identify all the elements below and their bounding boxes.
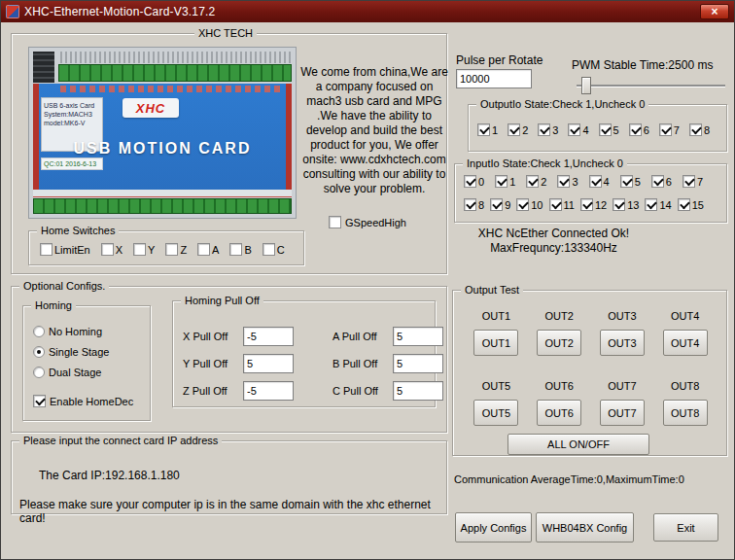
homing-radio[interactable]: Dual Stage [33,367,109,378]
out-button[interactable]: OUT2 [537,330,581,356]
out-button[interactable]: OUT8 [663,400,708,426]
enable-homedec-checkbox[interactable]: Enable HomeDec [33,395,133,407]
outputio-bit-checkbox[interactable]: 8 [689,123,710,136]
checkbox-icon [589,175,602,188]
out-button[interactable]: OUT1 [473,330,518,356]
homing-radio-label: No Homing [49,326,102,337]
inputio-bit-checkbox[interactable]: 4 [589,175,610,188]
exit-button[interactable]: Exit [653,513,718,542]
home-switch-checkbox[interactable]: Z [165,243,187,256]
inputio-bit-checkbox[interactable]: 3 [557,175,578,188]
inputio-bit-label: 5 [635,176,641,188]
checkbox-icon [678,198,690,211]
xhc-logo-text: XHC [136,101,165,116]
homing-radio[interactable]: Single Stage [33,346,109,358]
checkbox-icon [197,243,210,256]
home-switch-checkbox[interactable]: A [197,243,219,256]
pwm-slider[interactable] [575,76,727,95]
checkbox-icon [580,198,593,211]
gspeedhigh-label: GSpeedHigh [345,217,406,228]
outputio-bit-checkbox[interactable]: 7 [659,123,680,136]
pull-off-right-column: A Pull Off B Pull Off C Pull Off [332,327,443,401]
inputio-bit-checkbox[interactable]: 15 [678,198,704,211]
home-switch-checkbox[interactable]: X [101,243,122,256]
checkbox-icon [516,198,529,211]
checkbox-icon [508,123,520,136]
home-switch-label: C [277,244,285,256]
all-on-off-button[interactable]: ALL ON/OFF [508,434,649,455]
apply-configs-button[interactable]: Apply Configs [455,512,532,542]
outputio-bit-label: 6 [644,124,649,136]
output-test-cell: OUT5 OUT5 [465,380,528,426]
outputio-bit-checkbox[interactable]: 1 [477,123,498,136]
inputio-bit-checkbox[interactable]: 13 [612,198,639,211]
inputio-bit-checkbox[interactable]: 9 [490,198,510,211]
inputio-bit-checkbox[interactable]: 12 [580,198,607,211]
usb-motion-card-photo: USB 6-axis Card System:MACH3 model:MK6-V… [28,47,297,219]
card-pin-labels-top [60,52,292,63]
pull-off-input[interactable] [393,327,443,346]
pulse-per-rotate-input[interactable] [456,69,532,88]
checkbox-icon [133,243,146,256]
inputio-bit-checkbox[interactable]: 14 [645,198,671,211]
home-switch-checkbox[interactable]: LimitEn [40,243,90,256]
inputio-bit-checkbox[interactable]: 10 [516,198,542,211]
pull-off-field: B Pull Off [332,354,443,373]
app-icon [6,5,19,18]
homing-radio[interactable]: No Homing [33,326,109,337]
outputio-legend: OutputIo State:Check 1,Uncheck 0 [476,98,648,111]
inputio-bit-checkbox[interactable]: 11 [549,198,575,211]
out-button[interactable]: OUT7 [600,400,645,426]
out-button[interactable]: OUT3 [600,330,645,356]
inputio-bit-checkbox[interactable]: 7 [682,175,703,188]
homing-pull-off-group: Homing Pull Off X Pull Off Y Pull Off Z … [172,300,436,407]
outputio-bit-checkbox[interactable]: 6 [629,123,649,136]
pull-off-label: B Pull Off [332,358,387,369]
checkbox-icon [40,243,52,256]
home-switches-legend: Home Switches [37,225,119,237]
slider-thumb[interactable] [581,77,591,94]
pull-off-input[interactable] [243,327,294,346]
pull-off-left-column: X Pull Off Y Pull Off Z Pull Off [183,327,294,401]
checkbox-icon [557,175,570,188]
inputio-bit-checkbox[interactable]: 6 [651,175,672,188]
close-icon: × [711,6,718,18]
homing-group: Homing No Homing Single Stage Dual Stage [22,305,151,421]
checkbox-icon [620,175,633,188]
pull-off-input[interactable] [243,381,294,401]
outputio-bit-checkbox[interactable]: 2 [508,123,528,136]
home-switch-checkbox[interactable]: Y [133,243,155,256]
outputio-bit-checkbox[interactable]: 3 [538,123,558,136]
output-test-row1: OUT1 OUT1 OUT2 OUT2 OUT3 OUT3 OUT4 OUT4 [465,310,717,356]
checkbox-icon [682,175,695,188]
home-switch-checkbox[interactable]: B [229,243,251,256]
ip-note-text: Please make sure your computer ip is in … [19,498,445,525]
inputio-bit-checkbox[interactable]: 5 [620,175,641,188]
close-button[interactable]: × [700,4,729,19]
output-test-cell: OUT3 OUT3 [591,310,654,356]
sticker-line: System:MACH3 [44,110,100,119]
output-test-cell: OUT1 OUT1 [465,310,528,356]
pull-off-input[interactable] [393,381,443,401]
whb04bx-config-button[interactable]: WHB04BX Config [536,512,634,542]
out-button[interactable]: OUT4 [663,330,708,356]
out-button[interactable]: OUT5 [473,400,518,426]
card-title-text: USB MOTION CARD [33,140,292,158]
ip-address-legend: Please input the connect card IP address [19,435,222,447]
home-switch-checkbox[interactable]: C [262,243,285,256]
inputio-row2: 8 9 10 11 12 [464,198,704,211]
out-button[interactable]: OUT6 [537,400,581,426]
pull-off-input[interactable] [243,354,294,373]
outputio-bit-checkbox[interactable]: 4 [568,123,588,136]
outputio-bit-checkbox[interactable]: 5 [599,123,619,136]
pull-off-input[interactable] [393,354,443,373]
inputio-bit-checkbox[interactable]: 8 [464,198,484,211]
gspeedhigh-checkbox[interactable]: GSpeedHigh [329,216,406,228]
inputio-bit-label: 8 [478,199,484,211]
output-test-cell: OUT8 OUT8 [653,380,717,426]
checkbox-icon [229,243,242,256]
inputio-bit-checkbox[interactable]: 2 [526,175,546,188]
home-switches-group: Home Switches LimitEn X Y [28,230,304,265]
inputio-bit-checkbox[interactable]: 0 [464,175,484,188]
inputio-bit-checkbox[interactable]: 1 [495,175,515,188]
